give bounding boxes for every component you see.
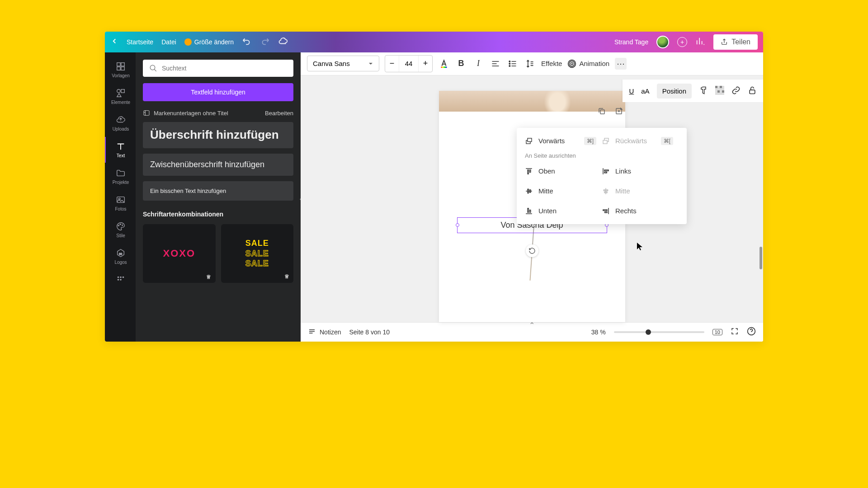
svg-point-10 — [122, 225, 123, 225]
rail-photos[interactable]: Fotos — [105, 190, 136, 216]
rotate-handle[interactable] — [526, 244, 538, 257]
svg-rect-30 — [722, 90, 724, 93]
svg-rect-35 — [528, 138, 532, 142]
fullscreen-button[interactable] — [731, 327, 739, 337]
redo-icon[interactable] — [260, 36, 270, 48]
vertical-scrollbar[interactable] — [760, 247, 762, 269]
font-size-value[interactable]: 44 — [399, 56, 419, 72]
align-top-button[interactable]: Oben — [525, 164, 602, 178]
rail-uploads[interactable]: Uploads — [105, 110, 136, 136]
back-chevron-icon[interactable] — [110, 37, 118, 47]
font-combo-item[interactable]: SALE SALE SALE ♕ — [221, 224, 294, 283]
edit-brand-link[interactable]: Bearbeiten — [265, 110, 293, 117]
svg-rect-5 — [121, 89, 124, 93]
notes-label: Notizen — [320, 328, 341, 336]
combo-preview: SALE — [245, 258, 269, 269]
list-button[interactable] — [507, 58, 519, 70]
duplicate-page-icon[interactable] — [598, 107, 606, 117]
expand-page-icon[interactable]: ⌃ — [529, 321, 535, 329]
search-field[interactable] — [162, 65, 287, 72]
search-icon — [149, 64, 157, 72]
brand-icon — [143, 109, 150, 117]
shortcut-key: ⌘[ — [661, 137, 673, 145]
logos-icon: co — [116, 248, 126, 258]
zoom-slider-knob[interactable] — [646, 329, 651, 335]
page-image-placeholder — [439, 91, 625, 112]
style-copy-button[interactable] — [699, 86, 708, 96]
rail-text[interactable]: Text — [105, 137, 136, 163]
font-size-stepper: − 44 + — [385, 55, 433, 72]
project-name[interactable]: Strand Tage — [614, 38, 648, 46]
help-button[interactable] — [747, 327, 756, 337]
add-body-text-button[interactable]: Ein bisschen Text hinzufügen — [143, 181, 293, 201]
resize-label: Größe ändern — [194, 38, 234, 46]
notes-button[interactable]: Notizen — [308, 328, 341, 336]
text-color-button[interactable] — [438, 58, 450, 70]
cloud-sync-icon[interactable] — [278, 36, 288, 48]
side-rail: Vorlagen Elemente Uploads Text Projekte … — [105, 52, 136, 342]
user-avatar[interactable] — [656, 36, 669, 48]
underline-button[interactable]: U — [629, 87, 634, 95]
bring-forward-button[interactable]: Vorwärts ⌘] — [525, 134, 602, 148]
resize-handle-left[interactable] — [456, 223, 459, 227]
bold-button[interactable]: B — [455, 58, 467, 70]
align-middle-v-button[interactable]: Mitte — [525, 184, 602, 198]
rail-templates[interactable]: Vorlagen — [105, 57, 136, 83]
svg-point-23 — [571, 62, 573, 65]
add-collaborator-button[interactable]: + — [677, 37, 687, 47]
add-heading-button[interactable]: Überschrift hinzufügen — [143, 122, 293, 148]
forward-label: Vorwärts — [538, 137, 565, 145]
page-indicator[interactable]: Seite 8 von 10 — [349, 328, 390, 336]
uppercase-button[interactable]: aA — [641, 87, 649, 95]
insights-icon[interactable] — [695, 36, 705, 48]
align-bottom-button[interactable]: Unten — [525, 204, 602, 218]
add-page-icon[interactable] — [615, 107, 623, 117]
resize-menu[interactable]: Größe ändern — [184, 38, 234, 46]
search-input[interactable] — [143, 60, 293, 77]
alignment-button[interactable] — [490, 58, 501, 70]
animation-button[interactable]: Animation — [567, 59, 609, 68]
share-button[interactable]: Teilen — [713, 34, 758, 50]
canvas-viewport[interactable]: Von Sascha Delp ⌃ Vorwärts ⌘] — [301, 75, 763, 322]
apps-icon — [116, 275, 126, 285]
font-combo-item[interactable]: XOXO♕ — [143, 224, 216, 283]
home-link[interactable]: Startseite — [127, 38, 153, 46]
align-left-button[interactable]: Links — [602, 164, 679, 178]
rail-label: Projekte — [113, 180, 129, 185]
align-top-icon — [525, 167, 533, 175]
italic-button[interactable]: I — [472, 58, 484, 70]
brand-docs-label: Markenunterlagen ohne Titel — [154, 110, 228, 117]
brand-docs-link[interactable]: Markenunterlagen ohne Titel — [143, 109, 228, 117]
rail-label: Vorlagen — [112, 73, 129, 78]
file-menu[interactable]: Datei — [161, 38, 176, 46]
rail-projects[interactable]: Projekte — [105, 164, 136, 189]
effects-button[interactable]: Effekte — [541, 60, 562, 67]
align-right-button[interactable]: Rechts — [602, 204, 679, 218]
lock-button[interactable] — [748, 86, 757, 96]
more-options-button[interactable]: ⋯ — [615, 58, 627, 70]
svg-rect-2 — [117, 67, 120, 70]
share-icon — [721, 38, 728, 46]
zoom-slider[interactable] — [614, 331, 704, 333]
align-middle-icon — [525, 187, 533, 195]
undo-icon[interactable] — [242, 36, 252, 48]
rail-logos[interactable]: coLogos — [105, 244, 136, 269]
position-button[interactable]: Position — [657, 84, 692, 99]
font-family-select[interactable]: Canva Sans — [307, 56, 379, 71]
decrease-size-button[interactable]: − — [385, 56, 399, 72]
svg-point-21 — [509, 63, 510, 65]
transparency-button[interactable] — [715, 86, 724, 96]
font-combos-title: Schriftartenkombinationen — [143, 211, 293, 218]
svg-point-15 — [118, 279, 119, 281]
zoom-value[interactable]: 38 % — [591, 328, 606, 336]
link-button[interactable] — [731, 86, 741, 96]
svg-point-8 — [118, 225, 119, 226]
rail-more[interactable] — [105, 270, 136, 289]
increase-size-button[interactable]: + — [419, 56, 432, 72]
add-textfield-button[interactable]: Textfeld hinzufügen — [143, 83, 293, 101]
rail-styles[interactable]: Stile — [105, 217, 136, 243]
page-count-badge[interactable]: 10 — [712, 329, 722, 335]
rail-elements[interactable]: Elemente — [105, 84, 136, 109]
spacing-button[interactable] — [524, 58, 536, 70]
add-subheading-button[interactable]: Zwischenüberschrift hinzufügen — [143, 154, 293, 176]
